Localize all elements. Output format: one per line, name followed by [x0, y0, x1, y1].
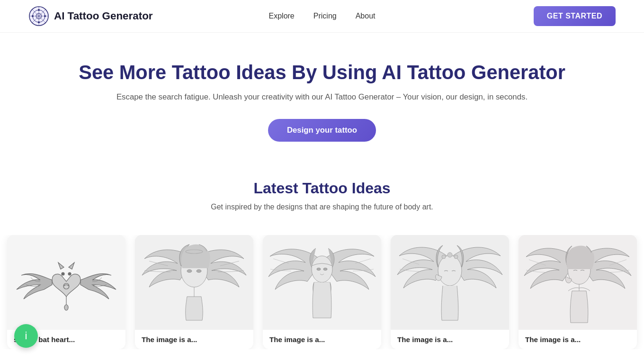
chat-button[interactable]: i [14, 324, 38, 348]
latest-subtitle: Get inspired by the designs that are sha… [9, 203, 635, 211]
svg-point-25 [317, 268, 321, 271]
tattoo-card-5[interactable]: The image is a... [519, 235, 637, 349]
card-label-2: The image is a... [135, 330, 253, 349]
nav-about[interactable]: About [356, 12, 376, 20]
tattoo-card-2[interactable]: The image is a... [135, 235, 253, 349]
latest-title: Latest Tattoo Ideas [9, 180, 635, 197]
svg-point-13 [68, 272, 71, 275]
latest-section: Latest Tattoo Ideas Get inspired by the … [0, 161, 644, 235]
chat-icon: i [25, 330, 27, 342]
svg-point-16 [64, 305, 68, 310]
svg-point-9 [32, 15, 34, 17]
svg-point-31 [454, 255, 458, 259]
svg-point-8 [38, 21, 40, 23]
svg-point-24 [312, 256, 332, 282]
card-image-4 [391, 235, 509, 330]
svg-point-26 [323, 268, 327, 271]
nav-pricing[interactable]: Pricing [313, 12, 337, 20]
svg-point-10 [44, 15, 46, 17]
svg-point-12 [62, 272, 64, 275]
svg-point-28 [438, 255, 462, 286]
card-image-1 [7, 235, 125, 330]
nav-links: Explore Pricing About [269, 12, 376, 20]
svg-point-20 [187, 270, 192, 272]
brand-title: AI Tattoo Generator [54, 10, 153, 22]
cards-container: simple bat heart... [0, 235, 644, 349]
hero-section: See More Tattoo Ideas By Using AI Tattoo… [0, 33, 644, 161]
design-tattoo-button[interactable]: Design your tattoo [268, 119, 376, 142]
card-label-3: The image is a... [263, 330, 381, 349]
navbar: AI Tattoo Generator Explore Pricing Abou… [0, 0, 644, 33]
svg-point-30 [442, 255, 446, 259]
nav-explore[interactable]: Explore [269, 12, 295, 20]
tattoo-card-4[interactable]: The image is a... [391, 235, 509, 349]
card-image-2 [135, 235, 253, 330]
hero-subtitle: Escape the search fatigue. Unleash your … [9, 92, 635, 102]
card-image-5 [519, 235, 637, 330]
svg-point-29 [447, 253, 452, 257]
card-label-5: The image is a... [519, 330, 637, 349]
get-started-button[interactable]: GET STARTED [534, 6, 616, 26]
svg-point-21 [197, 270, 201, 272]
hero-title: See More Tattoo Ideas By Using AI Tattoo… [9, 61, 635, 84]
logo-icon [28, 6, 49, 27]
svg-point-7 [38, 9, 40, 11]
tattoo-card-3[interactable]: The image is a... [263, 235, 381, 349]
brand: AI Tattoo Generator [28, 6, 153, 27]
card-image-3 [263, 235, 381, 330]
card-label-4: The image is a... [391, 330, 509, 349]
